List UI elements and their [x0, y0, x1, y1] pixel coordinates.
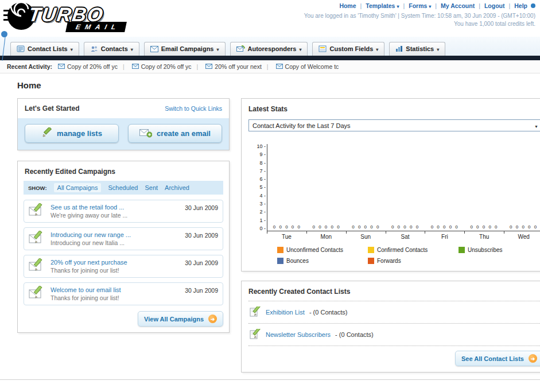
logo-email: EMAIL	[65, 22, 127, 32]
top-link-templates[interactable]: Templates	[366, 2, 395, 9]
top-link-logout-wrap: Logout	[475, 2, 504, 9]
filter-all-campaigns[interactable]: All Campaigns	[54, 183, 102, 192]
envelope-icon	[205, 63, 212, 70]
envelope-pencil-icon	[29, 203, 46, 219]
x-tick-label: Wed	[504, 234, 540, 240]
y-tick-label: 2 -	[259, 209, 266, 215]
contacts-icon	[90, 45, 98, 52]
nav-divider-bar	[0, 56, 540, 60]
envelope-arrow-icon	[236, 45, 245, 52]
get-started-panel: Let's Get Started Switch to Quick Links …	[17, 98, 230, 150]
legend-item: Confirmed Contacts	[368, 247, 459, 253]
top-link-my-account-wrap: My Account	[431, 2, 475, 9]
contact-list-item[interactable]: Newsletter Subscribers - (0 Contacts)	[242, 324, 540, 346]
tab-custom-fields[interactable]: Custom Fields	[312, 42, 384, 56]
campaign-date: 30 Jun 2009	[185, 258, 218, 266]
dropdown-arrow-icon	[299, 45, 301, 52]
left-column: Let's Get Started Switch to Quick Links …	[17, 98, 230, 333]
chart-area: 0 0 0 0 00 0 0 0 00 0 0 0 00 0 0 0 00 0 …	[267, 144, 540, 240]
campaign-title-link[interactable]: 20% off your next purchase	[50, 259, 180, 266]
chart-value-group: 0 0 0 0 0	[465, 224, 504, 230]
bar-chart-icon	[395, 45, 403, 52]
stats-period-dropdown[interactable]: Contact Activity for the Last 7 Days	[248, 119, 540, 131]
turbo-email-logo: TURBO EMAIL	[3, 1, 126, 32]
see-all-contact-lists-button[interactable]: See All Contact Lists	[455, 351, 540, 366]
legend-item: Forwards	[368, 258, 459, 264]
legend-item: Unconfirmed Contacts	[277, 247, 368, 253]
manage-lists-label: manage lists	[57, 129, 102, 138]
tab-label: Email Campaigns	[161, 45, 214, 52]
contact-list-link[interactable]: Exhibition List	[266, 309, 305, 316]
top-link-home[interactable]: Home	[339, 2, 356, 9]
legend-label: Bounces	[286, 258, 309, 264]
main-nav: Contact Lists Contacts Email Campaigns A…	[0, 37, 540, 56]
tab-label: Contact Lists	[28, 45, 68, 52]
filter-archived[interactable]: Archived	[165, 184, 189, 191]
right-column: Latest Stats Contact Activity for the La…	[241, 98, 540, 372]
contact-lists-icon	[17, 45, 25, 52]
pencil-paper-icon	[250, 306, 261, 318]
top-link-help[interactable]: Help	[514, 2, 527, 9]
envelope-pencil-icon	[29, 231, 46, 247]
filter-scheduled[interactable]: Scheduled	[108, 184, 138, 191]
contact-list-item[interactable]: Exhibition List - (0 Contacts)	[242, 301, 540, 323]
dropdown-arrow-icon	[71, 45, 73, 52]
campaign-row[interactable]: Introducing our new range ... Introducin…	[24, 227, 223, 250]
contact-list-link[interactable]: Newsletter Subscribers	[266, 331, 331, 338]
logo-text: TURBO EMAIL	[29, 3, 126, 32]
tab-statistics[interactable]: Statistics	[389, 42, 445, 56]
arrow-circle-icon	[529, 354, 537, 363]
filter-sent[interactable]: Sent	[145, 184, 158, 191]
get-started-body: manage lists create an email	[18, 118, 229, 150]
recent-activity-link[interactable]: 20% off your next	[215, 63, 262, 70]
view-all-campaigns-label: View All Campaigns	[144, 316, 204, 323]
campaign-row[interactable]: 20% off your next purchase Thanks for jo…	[24, 255, 223, 278]
y-tick-label: 10 -	[257, 144, 266, 149]
campaign-row[interactable]: Welcome to our email list Thanks for joi…	[24, 282, 223, 305]
top-link-forms[interactable]: Forms	[409, 2, 427, 9]
campaigns-title: Recently Edited Campaigns	[18, 161, 229, 181]
recent-activity-link[interactable]: Copy of 20% off yc	[67, 63, 118, 70]
chart-plot-groups: 0 0 0 0 00 0 0 0 00 0 0 0 00 0 0 0 00 0 …	[267, 144, 540, 231]
chart-value-group: 0 0 0 0 0	[307, 224, 347, 230]
campaign-title-link[interactable]: Introducing our new range ...	[50, 231, 180, 238]
x-tick-label: Thu	[464, 234, 504, 240]
chart-value-group: 0 0 0 0 0	[386, 224, 425, 230]
y-tick-label: 9 -	[259, 152, 266, 157]
chart-x-labels: TueMonSunSatFriThuWed	[267, 231, 540, 240]
contact-list-detail: - (0 Contacts)	[309, 309, 348, 316]
envelope-icon	[150, 46, 158, 52]
top-nav: Home Templates Forms My Account Logout H…	[304, 2, 535, 9]
create-email-button[interactable]: create an email	[128, 124, 222, 143]
manage-lists-button[interactable]: manage lists	[25, 124, 119, 143]
legend-label: Unsubscribes	[468, 247, 503, 253]
latest-stats-title: Latest Stats	[242, 99, 540, 118]
top-link-my-account[interactable]: My Account	[441, 2, 475, 9]
switch-quick-links-link[interactable]: Switch to Quick Links	[165, 105, 222, 112]
campaign-date: 30 Jun 2009	[185, 231, 218, 239]
tab-autoresponders[interactable]: Autoresponders	[230, 42, 308, 56]
x-tick-label: Tue	[267, 234, 306, 240]
view-all-campaigns-button[interactable]: View All Campaigns	[138, 311, 223, 327]
legend-label: Unconfirmed Contacts	[286, 247, 343, 253]
recent-activity-link[interactable]: Copy of 20% off yc	[141, 63, 192, 70]
get-started-title: Let's Get Started	[25, 104, 80, 112]
tab-contact-lists[interactable]: Contact Lists	[10, 42, 79, 56]
campaign-title-link[interactable]: See us at the retail food ...	[50, 204, 180, 211]
recent-activity-link[interactable]: Copy of Welcome tc	[285, 63, 339, 70]
envelope-icon	[132, 63, 139, 70]
campaign-title-link[interactable]: Welcome to our email list	[50, 286, 180, 293]
recent-activity-label: Recent Activity:	[7, 63, 52, 70]
top-link-logout[interactable]: Logout	[484, 2, 505, 9]
campaign-row[interactable]: See us at the retail food ... We're givi…	[24, 200, 223, 223]
y-tick-label: 6 -	[259, 177, 266, 182]
y-tick-label: 7 -	[259, 169, 266, 174]
contact-activity-chart: 10 -9 -8 -7 -6 -5 -4 -3 -2 -1 -0 - 0 0 0…	[251, 144, 540, 240]
tab-email-campaigns[interactable]: Email Campaigns	[144, 42, 226, 56]
legend-swatch-icon	[277, 258, 283, 264]
chart-value-group: 0 0 0 0 0	[267, 224, 307, 230]
recent-activity-bar: Recent Activity: Copy of 20% off yc Copy…	[0, 60, 540, 73]
campaigns-panel: Recently Edited Campaigns SHOW: All Camp…	[17, 161, 230, 333]
campaign-subtitle: Thanks for joining our list!	[50, 294, 180, 301]
tab-contacts[interactable]: Contacts	[84, 42, 139, 56]
